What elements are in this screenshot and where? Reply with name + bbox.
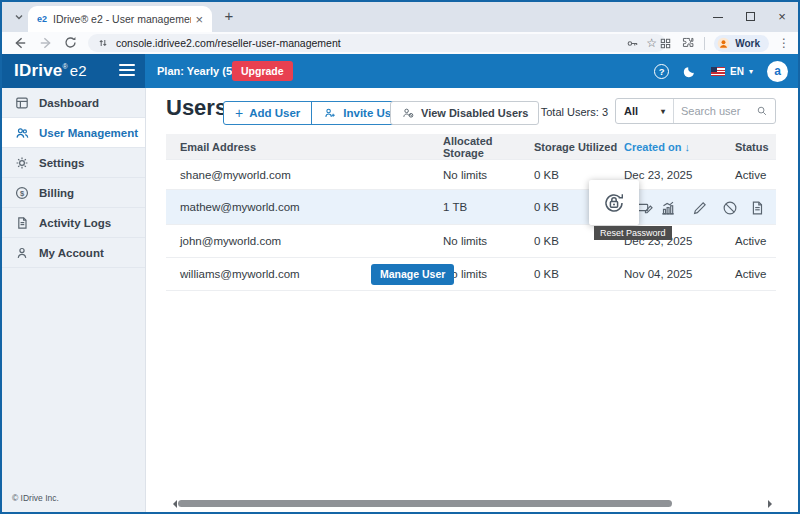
- extensions-puzzle-icon[interactable]: [681, 36, 695, 50]
- add-user-label: Add User: [249, 107, 300, 119]
- sidebar-item-my-account[interactable]: My Account: [2, 238, 145, 268]
- reset-password-button[interactable]: [589, 180, 639, 225]
- tab-search-button[interactable]: [10, 8, 28, 26]
- filter-caret-icon: ▾: [661, 107, 665, 116]
- table-row-hovered[interactable]: mathew@myworld.com 1 TB 0 KB: [166, 190, 776, 225]
- scroll-left-arrow[interactable]: [169, 500, 177, 508]
- manage-user-button[interactable]: Manage User: [371, 264, 454, 285]
- apps-grid-icon[interactable]: [659, 37, 672, 50]
- search-icon[interactable]: [756, 105, 768, 117]
- reset-password-icon: [602, 191, 626, 215]
- url-text[interactable]: console.idrivee2.com/reseller-user-manag…: [116, 37, 619, 49]
- header-right: ? EN ▾ a: [654, 54, 788, 88]
- profile-name: Work: [735, 38, 760, 49]
- table-row[interactable]: shane@myworld.com No limits 0 KB Dec 23,…: [166, 160, 776, 190]
- tab-favicon: e2: [37, 14, 47, 24]
- view-disabled-users-button[interactable]: View Disabled Users: [390, 101, 539, 125]
- dark-mode-moon-icon[interactable]: [683, 64, 697, 78]
- language-selector[interactable]: EN ▾: [711, 66, 753, 77]
- browser-tab[interactable]: e2 IDrive® e2 - User management ×: [28, 6, 212, 32]
- idrive-logo: IDrive®e2: [14, 61, 87, 81]
- sidebar-item-label: Dashboard: [39, 97, 99, 109]
- row-action-icons: [166, 190, 776, 224]
- profile-avatar-icon: [717, 37, 730, 50]
- cell-email: shane@myworld.com: [166, 169, 443, 181]
- cell-utilized: 0 KB: [534, 268, 624, 280]
- window-close-button[interactable]: ×: [766, 10, 798, 23]
- maximize-button[interactable]: [734, 10, 766, 23]
- browser-menu-icon[interactable]: ⋮: [778, 36, 790, 50]
- scroll-right-arrow[interactable]: [768, 500, 776, 508]
- upgrade-button[interactable]: Upgrade: [232, 61, 293, 81]
- cell-email: john@myworld.com: [166, 235, 443, 247]
- tab-strip: e2 IDrive® e2 - User management × + ×: [2, 2, 798, 32]
- person-disabled-icon: [401, 106, 415, 120]
- sidebar-item-user-management[interactable]: User Management: [2, 118, 145, 148]
- help-icon[interactable]: ?: [654, 64, 669, 79]
- sidebar-item-label: Billing: [39, 187, 74, 199]
- sidebar-item-billing[interactable]: $ Billing: [2, 178, 145, 208]
- disable-user-icon[interactable]: [721, 199, 739, 217]
- minimize-button[interactable]: [702, 10, 734, 23]
- col-email-address: Email Address: [166, 141, 443, 153]
- password-key-icon[interactable]: [626, 37, 639, 50]
- copyright-text: © IDrive Inc.: [12, 493, 59, 503]
- toolbar-right: Work ⋮: [659, 32, 790, 54]
- usage-statistics-icon[interactable]: [659, 199, 677, 217]
- minimize-icon: [713, 17, 723, 18]
- activity-logs-icon: [14, 215, 30, 231]
- tab-title: IDrive® e2 - User management: [53, 13, 191, 25]
- sidebar-item-settings[interactable]: Settings: [2, 148, 145, 178]
- table-row[interactable]: williams@myworld.com No limits 0 KB Nov …: [166, 258, 776, 291]
- app-header: IDrive®e2 Plan: Yearly (50 TB) Upgrade ?…: [2, 54, 798, 88]
- reload-button[interactable]: [63, 35, 79, 51]
- dashboard-icon: [14, 95, 30, 111]
- profile-button[interactable]: Work: [714, 35, 769, 52]
- language-caret-icon: ▾: [749, 67, 753, 76]
- bookmark-star-icon[interactable]: ☆: [646, 37, 657, 49]
- cell-status: Active: [735, 268, 776, 280]
- filter-search-control: All ▾: [615, 98, 776, 124]
- reload-icon: [63, 35, 78, 50]
- account-avatar[interactable]: a: [767, 61, 788, 82]
- table-row[interactable]: john@myworld.com No limits 0 KB Dec 23, …: [166, 225, 776, 258]
- filter-value: All: [624, 105, 638, 117]
- user-filter-dropdown[interactable]: All ▾: [616, 99, 674, 123]
- site-settings-icon[interactable]: [97, 37, 109, 49]
- col-created-on-sort[interactable]: Created on ↓: [624, 141, 735, 153]
- reset-password-tooltip: Reset Password: [594, 226, 672, 240]
- sidebar: Dashboard User Management Settings $ Bil…: [2, 88, 146, 512]
- cell-status: Active: [735, 169, 776, 181]
- new-tab-button[interactable]: +: [220, 7, 238, 25]
- hamburger-menu-icon[interactable]: [119, 64, 135, 76]
- scrollbar-thumb[interactable]: [178, 500, 672, 507]
- add-user-button[interactable]: + Add User: [224, 102, 311, 124]
- forward-arrow-icon: [38, 35, 54, 51]
- back-button[interactable]: [12, 35, 28, 51]
- col-storage-utilized: Storage Utilized: [534, 141, 624, 153]
- forward-button[interactable]: [38, 35, 54, 51]
- cell-created: Nov 04, 2025: [624, 268, 735, 280]
- tab-close-icon[interactable]: ×: [195, 13, 203, 26]
- horizontal-scrollbar[interactable]: [169, 499, 776, 509]
- view-disabled-users-label: View Disabled Users: [421, 107, 528, 119]
- cell-created: Dec 23, 2025: [624, 169, 735, 181]
- table-header-row: Email Address Allocated Storage Storage …: [166, 134, 776, 160]
- sidebar-item-label: My Account: [39, 247, 104, 259]
- sidebar-item-activity-logs[interactable]: Activity Logs: [2, 208, 145, 238]
- cell-allocated: No limits: [443, 268, 534, 280]
- users-table: Email Address Allocated Storage Storage …: [166, 134, 776, 291]
- logo-reg-mark: ®: [62, 63, 67, 70]
- person-plus-icon: [323, 106, 337, 120]
- browser-window: e2 IDrive® e2 - User management × + × co…: [0, 0, 800, 514]
- edit-user-icon[interactable]: [691, 199, 709, 217]
- browser-toolbar: console.idrivee2.com/reseller-user-manag…: [2, 32, 798, 54]
- page-title: Users: [166, 95, 227, 121]
- address-bar[interactable]: console.idrivee2.com/reseller-user-manag…: [88, 34, 666, 52]
- sort-desc-icon: ↓: [684, 141, 690, 153]
- sidebar-item-dashboard[interactable]: Dashboard: [2, 88, 145, 118]
- chevron-down-icon: [13, 11, 25, 23]
- cell-allocated: No limits: [443, 235, 534, 247]
- search-input[interactable]: [681, 105, 752, 117]
- user-logs-icon[interactable]: [748, 199, 766, 217]
